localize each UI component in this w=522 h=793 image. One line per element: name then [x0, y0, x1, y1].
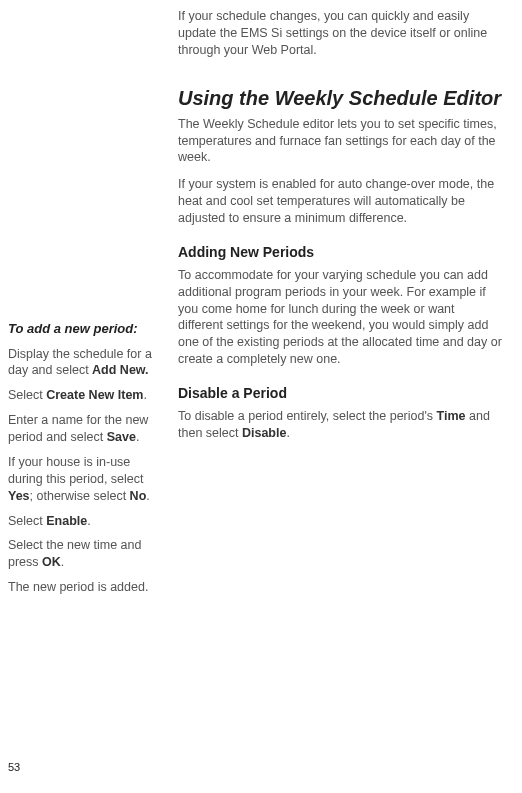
main-column: If your schedule changes, you can quickl…: [178, 8, 510, 793]
subheading: Adding New Periods: [178, 243, 502, 262]
sidebar-title: To add a new period:: [8, 320, 164, 338]
section-heading: Using the Weekly Schedule Editor: [178, 87, 502, 110]
sidebar-step: If your house is in-use during this peri…: [8, 454, 164, 505]
intro-paragraph: If your schedule changes, you can quickl…: [178, 8, 502, 59]
sidebar-step: Select Create New Item.: [8, 387, 164, 404]
body-paragraph: To accommodate for your varying schedule…: [178, 267, 502, 368]
sidebar-column: To add a new period: Display the schedul…: [0, 8, 178, 793]
page-number: 53: [8, 760, 20, 775]
sidebar-step: Enter a name for the new period and sele…: [8, 412, 164, 446]
subheading: Disable a Period: [178, 384, 502, 403]
sidebar-step: Select the new time and press OK.: [8, 537, 164, 571]
body-paragraph: The Weekly Schedule editor lets you to s…: [178, 116, 502, 167]
sidebar-step: The new period is added.: [8, 579, 164, 596]
sidebar-step: Select Enable.: [8, 513, 164, 530]
sidebar-step: Display the schedule for a day and selec…: [8, 346, 164, 380]
body-paragraph: To disable a period entirely, select the…: [178, 408, 502, 442]
body-paragraph: If your system is enabled for auto chang…: [178, 176, 502, 227]
